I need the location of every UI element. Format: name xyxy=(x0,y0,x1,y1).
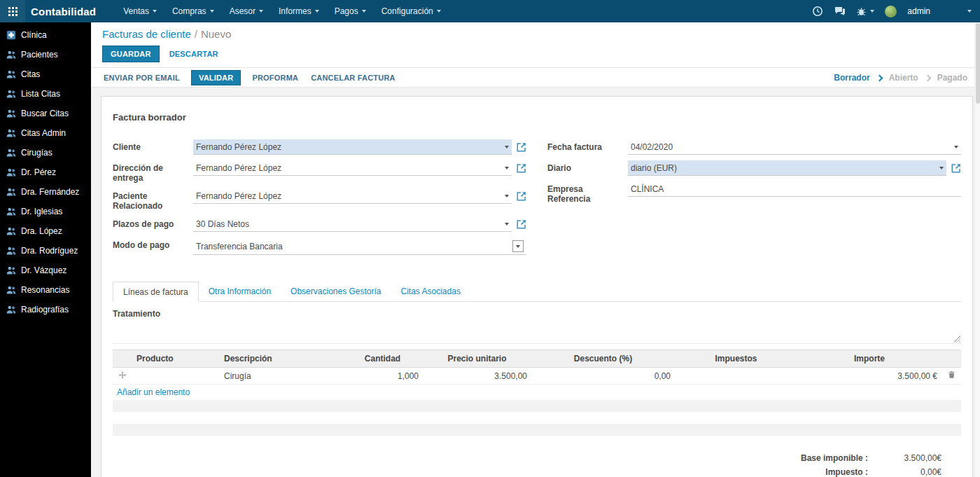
sidebar-item-lista-citas[interactable]: Lista Citas xyxy=(0,84,91,104)
proforma-button[interactable]: PROFORMA xyxy=(251,71,300,85)
apps-grid-icon xyxy=(8,7,18,16)
sidebar-item-citas[interactable]: Citas xyxy=(0,64,91,84)
drag-handle-icon[interactable] xyxy=(113,368,132,385)
chevron-down-icon xyxy=(437,10,441,13)
people-icon xyxy=(6,187,16,197)
form-right-column: Fecha factura 04/02/2020 Diario diario (… xyxy=(547,139,961,261)
empty-row xyxy=(113,424,961,436)
cliente-field[interactable]: Fernando Pérez López xyxy=(193,139,512,155)
statusbar: ENVIAR POR EMAIL VALIDAR PROFORMA CANCEL… xyxy=(91,67,980,88)
tab-otra-informacion[interactable]: Otra Información xyxy=(199,282,281,302)
menu-ventas[interactable]: Ventas xyxy=(115,0,164,22)
user-menu[interactable]: admin xyxy=(907,6,930,16)
sidebar-item-dra-lopez[interactable]: Dra. López xyxy=(0,221,91,241)
tab-observaciones-gestoria[interactable]: Observaciones Gestoría xyxy=(281,282,391,302)
people-icon xyxy=(6,305,16,314)
invoice-lines-table: Producto Descripción Cantidad Precio uni… xyxy=(113,350,961,436)
cell-producto[interactable] xyxy=(132,368,220,385)
sidebar-item-radiografias[interactable]: Radiografías xyxy=(0,300,91,319)
diario-label: Diario xyxy=(547,160,628,173)
sidebar-item-buscar-citas[interactable]: Buscar Citas xyxy=(0,104,91,123)
add-line-link[interactable]: Añadir un elemento xyxy=(117,387,190,397)
menu-pagos[interactable]: Pagos xyxy=(327,0,374,22)
chevron-right-icon xyxy=(876,74,883,81)
open-record-icon[interactable] xyxy=(517,142,526,152)
cell-cantidad[interactable]: 1,000 xyxy=(342,368,423,385)
tratamiento-input[interactable] xyxy=(113,322,961,344)
direccion-field[interactable]: Fernando Pérez López xyxy=(193,160,512,176)
cell-descripcion[interactable]: Cirugía xyxy=(220,368,342,385)
user-menu-chevron-icon[interactable] xyxy=(967,10,972,13)
sidebar-item-citas-admin[interactable]: Citas Admin xyxy=(0,123,91,143)
invoice-line-row: Cirugía 1,000 3.500,00 0,00 3.500,00 € xyxy=(113,368,961,385)
sidebar-item-cirugias[interactable]: Cirugías xyxy=(0,143,91,163)
delete-line-icon[interactable] xyxy=(941,368,961,385)
apps-menu-button[interactable] xyxy=(0,0,25,22)
tab-lineas-de-factura[interactable]: Líneas de factura xyxy=(113,282,199,302)
state-borrador[interactable]: Borrador xyxy=(834,73,869,83)
col-producto: Producto xyxy=(132,350,220,368)
col-descuento: Descuento (%) xyxy=(531,350,675,368)
people-icon xyxy=(6,167,16,177)
select-arrow-box[interactable] xyxy=(512,240,524,252)
menu-configuracion[interactable]: Configuración xyxy=(374,0,449,22)
cell-descuento[interactable]: 0,00 xyxy=(531,368,675,385)
open-record-icon[interactable] xyxy=(517,191,526,201)
plazos-label: Plazos de pago xyxy=(113,216,193,229)
menu-compras[interactable]: Compras xyxy=(164,0,222,22)
diario-field[interactable]: diario (EUR) xyxy=(628,160,946,176)
state-abierto[interactable]: Abierto xyxy=(889,73,918,83)
statusbar-buttons: ENVIAR POR EMAIL VALIDAR PROFORMA CANCEL… xyxy=(102,70,397,85)
breadcrumb-parent[interactable]: Facturas de cliente xyxy=(102,28,191,40)
paciente-field[interactable]: Fernando Pérez López xyxy=(193,188,512,204)
tab-citas-asociadas[interactable]: Citas Asociadas xyxy=(391,282,470,302)
discard-button[interactable]: DESCARTAR xyxy=(168,46,220,62)
sidebar-item-clinica[interactable]: Clínica xyxy=(0,25,91,45)
cell-precio[interactable]: 3.500,00 xyxy=(423,368,531,385)
chevron-right-icon xyxy=(924,74,931,81)
validate-button[interactable]: VALIDAR xyxy=(191,70,241,85)
cell-impuestos[interactable] xyxy=(675,368,797,385)
col-importe: Importe xyxy=(797,350,941,368)
people-icon xyxy=(6,265,16,275)
user-avatar[interactable] xyxy=(885,6,897,18)
plazos-field[interactable]: 30 Días Netos xyxy=(193,216,512,232)
sidebar-item-dra-rodriguez[interactable]: Dra. Rodríguez xyxy=(0,241,91,261)
empresa-referencia-field[interactable]: CLÍNICA xyxy=(628,181,961,197)
chevron-down-icon xyxy=(315,10,319,13)
menu-informes[interactable]: Informes xyxy=(271,0,327,22)
messages-chat-icon[interactable] xyxy=(834,6,846,18)
vertical-scrollbar[interactable] xyxy=(974,22,980,477)
open-record-icon[interactable] xyxy=(517,219,526,229)
col-cantidad: Cantidad xyxy=(342,350,423,368)
sidebar-item-dr-iglesias[interactable]: Dr. Iglesias xyxy=(0,202,91,221)
fecha-field[interactable]: 04/02/2020 xyxy=(628,139,961,155)
base-imponible-value: 3.500,00€ xyxy=(868,451,941,465)
control-panel: Facturas de cliente/Nuevo GUARDAR DESCAR… xyxy=(91,22,980,67)
debug-bug-menu[interactable] xyxy=(856,6,874,17)
sidebar-item-resonancias[interactable]: Resonancias xyxy=(0,280,91,300)
state-pagado[interactable]: Pagado xyxy=(937,73,967,83)
people-icon xyxy=(6,226,16,236)
scrollbar-thumb[interactable] xyxy=(976,23,980,104)
people-icon xyxy=(6,148,16,158)
dropdown-caret-icon xyxy=(954,146,958,148)
send-email-button[interactable]: ENVIAR POR EMAIL xyxy=(102,71,181,85)
left-sidebar: Clínica Pacientes Citas Lista Citas Busc… xyxy=(0,22,91,477)
cancel-invoice-button[interactable]: CANCELAR FACTURA xyxy=(309,71,397,85)
activities-clock-icon[interactable] xyxy=(811,6,823,18)
resize-grip[interactable] xyxy=(953,336,960,343)
sidebar-item-dr-vazquez[interactable]: Dr. Vázquez xyxy=(0,261,91,280)
open-record-icon[interactable] xyxy=(517,163,526,173)
form-title: Factura borrador xyxy=(113,112,961,123)
people-icon xyxy=(6,89,16,99)
impuesto-value: 0,00€ xyxy=(868,465,941,477)
sidebar-item-dra-fernandez[interactable]: Dra. Fernández xyxy=(0,182,91,202)
save-button[interactable]: GUARDAR xyxy=(102,46,160,62)
empresa-referencia-label: Empresa Referencia xyxy=(547,181,628,204)
modo-pago-select[interactable]: Transferencia Bancaria xyxy=(193,237,526,255)
menu-asesor[interactable]: Asesor xyxy=(222,0,271,22)
sidebar-item-dr-perez[interactable]: Dr. Pérez xyxy=(0,163,91,182)
sidebar-item-pacientes[interactable]: Pacientes xyxy=(0,45,91,64)
open-record-icon[interactable] xyxy=(951,163,961,173)
